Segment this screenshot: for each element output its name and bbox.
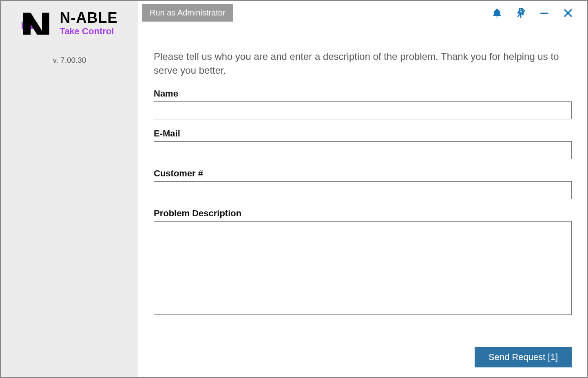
bell-icon[interactable] [491, 7, 503, 19]
svg-rect-6 [540, 12, 548, 13]
name-field-group: Name [154, 88, 572, 119]
pin-icon[interactable] [515, 7, 527, 19]
logo-text-main: N-ABLE [60, 11, 118, 25]
run-as-administrator-button[interactable]: Run as Administrator [142, 4, 233, 22]
customer-input[interactable] [154, 181, 572, 199]
close-icon[interactable] [562, 7, 574, 19]
svg-rect-3 [42, 13, 49, 35]
main-panel: Run as Administrator [138, 1, 587, 377]
form-content: Please tell us who you are and enter a d… [138, 25, 587, 341]
svg-rect-2 [23, 13, 31, 35]
problem-field-group: Problem Description [154, 208, 572, 316]
logo: N-ABLE Take Control [22, 11, 118, 37]
send-request-button[interactable]: Send Request [1] [475, 347, 572, 367]
logo-text-sub: Take Control [60, 26, 118, 37]
logo-mark-icon [22, 11, 54, 36]
email-field-group: E-Mail [154, 128, 572, 159]
customer-field-group: Customer # [154, 168, 572, 199]
name-label: Name [154, 88, 572, 99]
intro-text: Please tell us who you are and enter a d… [154, 50, 572, 77]
sidebar: N-ABLE Take Control v. 7.00.30 [1, 1, 138, 377]
version-label: v. 7.00.30 [1, 56, 138, 65]
topbar: Run as Administrator [142, 1, 583, 25]
email-input[interactable] [154, 141, 572, 159]
minimize-icon[interactable] [538, 7, 550, 19]
name-input[interactable] [154, 101, 572, 119]
customer-label: Customer # [154, 168, 572, 179]
problem-label: Problem Description [154, 208, 572, 219]
problem-input[interactable] [154, 221, 572, 315]
email-label: E-Mail [154, 128, 572, 139]
footer: Send Request [1] [138, 341, 587, 377]
